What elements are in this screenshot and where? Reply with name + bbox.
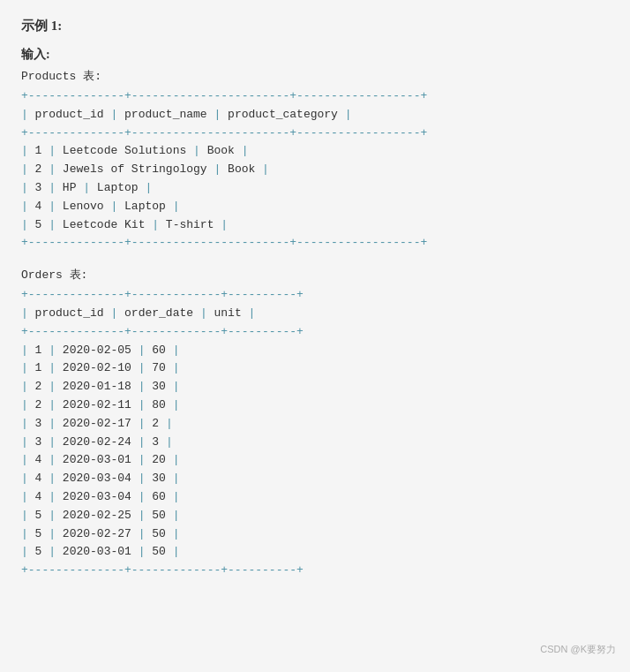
table-data-row: | 4 | 2020-03-04 | 30 | bbox=[21, 470, 609, 488]
table-data-row: | 5 | 2020-02-27 | 50 | bbox=[21, 525, 609, 544]
table-data-row: | 4 | Lenovo | Laptop | bbox=[21, 198, 609, 216]
table-data-row: | 1 | Leetcode Solutions | Book | bbox=[21, 142, 609, 161]
example-title: 示例 1: bbox=[21, 18, 609, 34]
table-border-row: +--------------+-------------+----------… bbox=[21, 562, 609, 580]
table-data-row: | 5 | 2020-03-01 | 50 | bbox=[21, 543, 609, 562]
table-data-row: | product_id | order_date | unit | bbox=[21, 305, 609, 323]
table-border-row: +--------------+-----------------------+… bbox=[21, 125, 609, 143]
table-data-row: | 5 | 2020-02-25 | 50 | bbox=[21, 507, 609, 525]
table-data-row: | 1 | 2020-02-05 | 60 | bbox=[21, 342, 609, 360]
table-data-row: | 4 | 2020-03-01 | 20 | bbox=[21, 451, 609, 470]
orders-table: +--------------+-------------+----------… bbox=[21, 286, 609, 580]
table-data-row: | 4 | 2020-03-04 | 60 | bbox=[21, 488, 609, 507]
table-border-row: +--------------+-------------+----------… bbox=[21, 286, 609, 305]
table-data-row: | 3 | 2020-02-24 | 3 | bbox=[21, 434, 609, 452]
example-container: 示例 1: 输入: Products 表: +--------------+--… bbox=[21, 18, 609, 580]
products-table-label: Products 表: bbox=[21, 68, 609, 84]
orders-table-label: Orders 表: bbox=[21, 267, 609, 283]
table-data-row: | 1 | 2020-02-10 | 70 | bbox=[21, 359, 609, 378]
table-data-row: | 2 | Jewels of Stringology | Book | bbox=[21, 161, 609, 179]
table-data-row: | product_id | product_name | product_ca… bbox=[21, 106, 609, 125]
input-label: 输入: bbox=[21, 47, 609, 63]
table-data-row: | 3 | 2020-02-17 | 2 | bbox=[21, 415, 609, 434]
table-data-row: | 5 | Leetcode Kit | T-shirt | bbox=[21, 216, 609, 235]
watermark: CSDN @K要努力 bbox=[540, 643, 616, 656]
products-table: +--------------+-----------------------+… bbox=[21, 87, 609, 253]
table-data-row: | 2 | 2020-02-11 | 80 | bbox=[21, 396, 609, 415]
table-data-row: | 2 | 2020-01-18 | 30 | bbox=[21, 378, 609, 396]
table-data-row: | 3 | HP | Laptop | bbox=[21, 179, 609, 198]
table-border-row: +--------------+-------------+----------… bbox=[21, 323, 609, 342]
table-border-row: +--------------+-----------------------+… bbox=[21, 87, 609, 106]
table-border-row: +--------------+-----------------------+… bbox=[21, 234, 609, 253]
